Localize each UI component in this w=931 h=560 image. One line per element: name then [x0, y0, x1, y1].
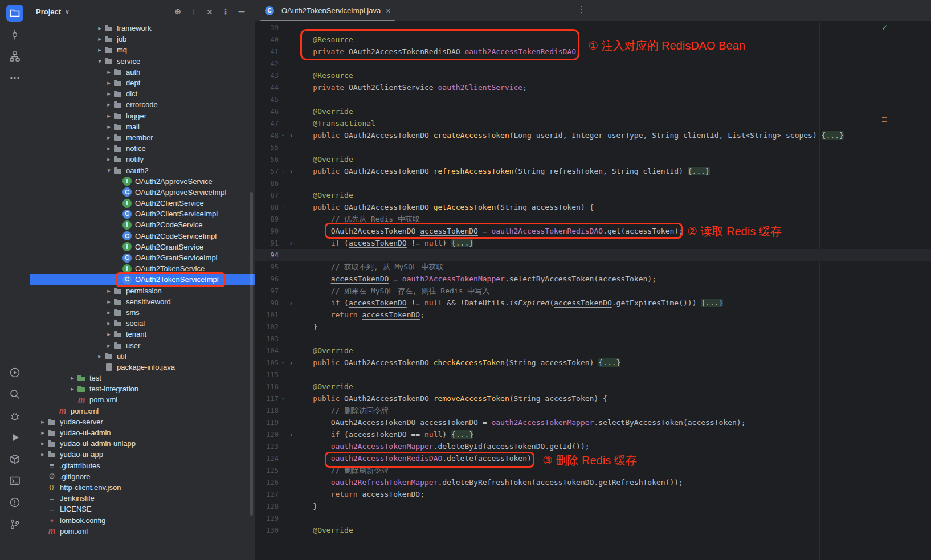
tree-item-tenant[interactable]: tenant	[30, 329, 255, 340]
code-text[interactable]: // 删除刷新令牌	[295, 464, 931, 476]
chevron-right-icon[interactable]	[104, 156, 113, 162]
line-number[interactable]: 88	[255, 203, 279, 211]
line-number[interactable]: 44	[255, 84, 279, 92]
tree-item-pom-xml[interactable]: pom.xml	[30, 394, 255, 405]
line-number[interactable]: 102	[255, 323, 279, 331]
line-number[interactable]: 94	[255, 251, 279, 259]
code-line-95[interactable]: 95 // 获取不到, 从 MySQL 中获取	[255, 261, 931, 273]
code-text[interactable]: public OAuth2AccessTokenDO getAccessToke…	[295, 201, 931, 213]
code-line-91[interactable]: 91 if (accessTokenDO != null) {...}	[255, 237, 931, 249]
tree-item-oauth2[interactable]: oauth2	[30, 165, 255, 175]
code-line-45[interactable]: 45	[255, 93, 931, 105]
tree-item-pom-xml[interactable]: pom.xml	[30, 526, 255, 537]
editor-tab[interactable]: OAuth2TokenServiceImpl.java	[259, 0, 396, 21]
code-line-126[interactable]: 126 oauth2RefreshTokenMapper.deleteByRef…	[255, 476, 931, 488]
code-line-48[interactable]: 48 public OAuth2AccessTokenDO createAcce…	[255, 129, 931, 141]
chevron-right-icon[interactable]	[38, 419, 47, 425]
code-text[interactable]: // 获取不到, 从 MySQL 中获取	[295, 261, 931, 273]
tree-item-package-info-java[interactable]: package-info.java	[30, 362, 255, 373]
code-text[interactable]: @Override	[295, 345, 931, 357]
tree-item-oauth2clientserviceimpl[interactable]: OAuth2ClientServiceImpl	[30, 209, 255, 219]
tree-item-mail[interactable]: mail	[30, 121, 255, 132]
line-number[interactable]: 55	[255, 144, 279, 152]
services-icon[interactable]	[6, 364, 23, 381]
tree-item-yudao-ui-admin-uniapp[interactable]: yudao-ui-admin-uniapp	[30, 438, 255, 449]
code-line-46[interactable]: 46 @Override	[255, 105, 931, 117]
fold-icon[interactable]	[287, 359, 295, 367]
chevron-right-icon[interactable]	[104, 80, 113, 86]
chevron-right-icon[interactable]	[104, 320, 113, 326]
line-number[interactable]: 118	[255, 407, 279, 415]
chevron-right-icon[interactable]	[104, 124, 113, 130]
line-number[interactable]: 129	[255, 514, 279, 522]
project-panel-title[interactable]: Project	[36, 7, 61, 16]
close-icon[interactable]	[386, 6, 390, 15]
code-line-116[interactable]: 116 @Override	[255, 381, 931, 393]
override-icon[interactable]	[279, 395, 287, 402]
tree-item-framework[interactable]: framework	[30, 23, 255, 34]
structure-icon[interactable]	[6, 48, 23, 65]
chevron-right-icon[interactable]	[95, 25, 104, 31]
code-line-94[interactable]: 94	[255, 249, 931, 261]
tree-scrollbar[interactable]	[250, 192, 253, 516]
code-text[interactable]: @Override	[295, 381, 931, 393]
code-line-47[interactable]: 47 @Transactional	[255, 117, 931, 129]
line-number[interactable]: 125	[255, 467, 279, 475]
tree-item-test[interactable]: test	[30, 373, 255, 383]
fold-icon[interactable]	[287, 132, 295, 140]
tree-item-auth[interactable]: auth	[30, 67, 255, 77]
code-line-123[interactable]: 123 oauth2AccessTokenMapper.deleteById(a…	[255, 440, 931, 452]
code-text[interactable]: public OAuth2AccessTokenDO createAccessT…	[295, 129, 931, 141]
scrollbar-warning-mark[interactable]	[882, 117, 887, 118]
code-text[interactable]: @Resource	[295, 70, 931, 81]
tree-item-pom-xml[interactable]: pom.xml	[30, 406, 255, 416]
code-line-57[interactable]: 57 public OAuth2AccessTokenDO refreshAcc…	[255, 165, 931, 177]
code-text[interactable]: @Override	[295, 524, 931, 536]
code-text[interactable]: // 如果在 MySQL 存在, 则往 Redis 中写入	[295, 285, 931, 297]
code-line-39[interactable]: 39	[255, 22, 931, 34]
version-control-icon[interactable]	[6, 516, 23, 533]
tree-item-yudao-ui-app[interactable]: yudao-ui-app	[30, 449, 255, 460]
tree-item-errorcode[interactable]: errorcode	[30, 99, 255, 110]
code-text[interactable]: }	[295, 500, 931, 512]
code-text[interactable]: @Transactional	[295, 117, 931, 129]
code-line-42[interactable]: 42	[255, 58, 931, 70]
line-number[interactable]: 116	[255, 383, 279, 391]
expand-all-icon[interactable]	[189, 6, 199, 17]
chevron-right-icon[interactable]	[95, 353, 104, 359]
code-line-125[interactable]: 125 // 删除刷新令牌	[255, 464, 931, 476]
code-text[interactable]: return accessTokenDO;	[295, 488, 931, 500]
code-line-130[interactable]: 130 @Override	[255, 524, 931, 536]
override-icon[interactable]	[279, 132, 287, 139]
line-number[interactable]: 117	[255, 395, 279, 403]
code-text[interactable]: // 删除访问令牌	[295, 404, 931, 416]
line-number[interactable]: 127	[255, 490, 279, 498]
code-line-119[interactable]: 119 OAuth2AccessTokenDO accessTokenDO = …	[255, 416, 931, 428]
line-number[interactable]: 124	[255, 455, 279, 463]
tree-item-util[interactable]: util	[30, 351, 255, 362]
line-number[interactable]: 57	[255, 167, 279, 175]
line-number[interactable]: 128	[255, 502, 279, 510]
tree-item-oauth2grantservice[interactable]: OAuth2GrantService	[30, 242, 255, 252]
override-icon[interactable]	[279, 359, 287, 366]
code-line-98[interactable]: 98 if (accessTokenDO != null && !DateUti…	[255, 297, 931, 309]
scrollbar-warning-mark[interactable]	[882, 121, 887, 122]
code-line-86[interactable]: 86	[255, 177, 931, 189]
tree-item-sensitiveword[interactable]: sensitiveword	[30, 296, 255, 307]
chevron-right-icon[interactable]	[104, 113, 113, 119]
fold-icon[interactable]	[287, 239, 295, 247]
fold-icon[interactable]	[287, 299, 295, 307]
build-icon[interactable]	[6, 451, 23, 468]
line-number[interactable]: 89	[255, 215, 279, 223]
tree-item-lombok-config[interactable]: lombok.config	[30, 514, 255, 525]
code-line-96[interactable]: 96 accessTokenDO = oauth2AccessTokenMapp…	[255, 273, 931, 285]
line-number[interactable]: 104	[255, 347, 279, 355]
debug-icon[interactable]	[6, 407, 23, 424]
chevron-right-icon[interactable]	[104, 69, 113, 75]
line-number[interactable]: 45	[255, 96, 279, 104]
tree-item-oauth2grantserviceimpl[interactable]: OAuth2GrantServiceImpl	[30, 252, 255, 263]
chevron-right-icon[interactable]	[104, 342, 113, 349]
code-line-124[interactable]: 124 oauth2AccessTokenRedisDAO.delete(acc…	[255, 452, 931, 464]
line-number[interactable]: 47	[255, 120, 279, 128]
code-line-105[interactable]: 105 public OAuth2AccessTokenDO checkAcce…	[255, 357, 931, 369]
